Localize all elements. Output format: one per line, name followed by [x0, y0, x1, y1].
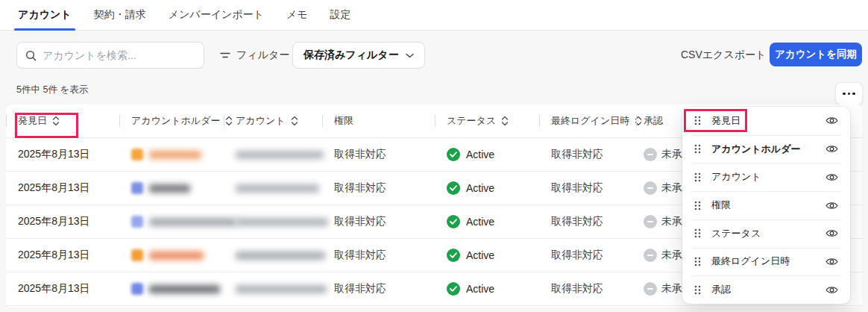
redacted-account	[236, 218, 328, 226]
drag-handle-icon[interactable]	[694, 201, 701, 210]
status-active-icon	[447, 215, 460, 228]
sync-accounts-button[interactable]: アカウントを同期	[770, 43, 862, 66]
not-approved-icon	[644, 249, 657, 262]
tab-settings[interactable]: 設定	[330, 0, 351, 30]
tab-label: アカウント	[18, 8, 72, 22]
eye-icon[interactable]	[825, 257, 838, 266]
status-active-icon	[447, 282, 460, 296]
menu-item-approval[interactable]: 承認	[682, 275, 850, 304]
drag-handle-icon[interactable]	[694, 144, 701, 154]
column-header-account-holder[interactable]: アカウントホルダー	[119, 104, 224, 137]
column-header-account[interactable]: アカウント	[224, 104, 322, 137]
search-input[interactable]	[43, 49, 195, 61]
not-approved-icon	[644, 215, 657, 228]
status-label: Active	[466, 283, 494, 295]
cell-permission: 取得非対応	[322, 282, 435, 296]
cell-account-holder	[119, 216, 224, 228]
drag-handle-icon[interactable]	[694, 257, 701, 266]
menu-item-account-holder[interactable]: アカウントホルダー	[682, 135, 850, 163]
eye-icon[interactable]	[825, 285, 838, 295]
avatar	[131, 182, 143, 194]
eye-icon[interactable]	[825, 201, 838, 210]
not-approved-icon	[644, 282, 657, 296]
tab-contract-billing[interactable]: 契約・請求	[94, 0, 146, 30]
tab-label: 契約・請求	[94, 8, 146, 22]
menu-item-status[interactable]: ステータス	[682, 219, 850, 248]
cell-discovery-date: 2025年8月13日	[6, 282, 119, 296]
filter-label: フィルター	[236, 49, 289, 62]
eye-icon[interactable]	[825, 144, 838, 154]
dot	[843, 93, 846, 96]
menu-item-permission[interactable]: 権限	[682, 191, 850, 219]
avatar	[131, 249, 143, 261]
chevron-down-icon	[406, 53, 414, 58]
cell-account-holder	[119, 283, 224, 295]
tab-bar: アカウント 契約・請求 メンバーインポート メモ 設定	[0, 0, 868, 31]
column-label: 最終ログイン日時	[551, 114, 629, 128]
status-label: Active	[466, 182, 494, 194]
column-visibility-menu: 発見日 アカウントホルダー アカウント 権限 ステータス 最終ログイン日時 承認	[682, 107, 850, 304]
menu-item-label: 発見日	[711, 114, 815, 128]
eye-icon[interactable]	[825, 116, 838, 125]
redacted-account	[236, 285, 327, 293]
menu-item-account[interactable]: アカウント	[682, 163, 850, 191]
cell-status: Active	[435, 282, 539, 296]
drag-handle-icon[interactable]	[694, 116, 701, 125]
menu-item-label: 権限	[711, 199, 815, 212]
status-active-icon	[447, 148, 460, 161]
dot	[852, 93, 855, 96]
sort-icon	[52, 116, 60, 126]
drag-handle-icon[interactable]	[694, 228, 701, 238]
menu-item-label: 承認	[711, 283, 815, 296]
column-header-status[interactable]: ステータス	[435, 104, 539, 137]
menu-item-label: ステータス	[711, 227, 815, 240]
cell-last-login: 取得非対応	[539, 282, 636, 296]
column-label: 承認	[644, 114, 663, 128]
menu-item-label: 最終ログイン日時	[711, 255, 815, 268]
column-header-discovery-date[interactable]: 発見日	[6, 104, 119, 137]
redacted-account	[236, 184, 319, 193]
status-active-icon	[447, 249, 460, 262]
cell-last-login: 取得非対応	[539, 181, 636, 195]
drag-handle-icon[interactable]	[694, 172, 701, 182]
redacted-name	[149, 184, 190, 193]
cell-account	[224, 218, 322, 226]
cell-account-holder	[119, 182, 224, 194]
column-header-last-login[interactable]: 最終ログイン日時	[539, 104, 636, 137]
cell-status: Active	[435, 181, 539, 195]
saved-filters-label: 保存済みフィルター	[304, 49, 399, 62]
avatar	[131, 149, 143, 160]
avatar	[131, 283, 143, 295]
tab-label: メモ	[286, 8, 308, 22]
sort-icon	[291, 116, 298, 126]
status-label: Active	[466, 249, 494, 261]
cell-account-holder	[119, 149, 224, 160]
tab-accounts[interactable]: アカウント	[18, 0, 72, 30]
cell-permission: 取得非対応	[322, 148, 435, 161]
menu-item-discovery-date[interactable]: 発見日	[682, 107, 850, 135]
tab-member-import[interactable]: メンバーインポート	[169, 0, 264, 30]
column-header-permission[interactable]: 権限	[322, 104, 435, 137]
status-label: Active	[466, 149, 494, 160]
cell-permission: 取得非対応	[322, 181, 435, 195]
not-approved-icon	[644, 181, 657, 195]
redacted-name	[149, 252, 204, 260]
eye-icon[interactable]	[825, 172, 838, 182]
csv-export-button[interactable]: CSVエクスポート	[681, 42, 766, 69]
filter-button[interactable]: フィルター	[220, 42, 289, 69]
column-label: 発見日	[18, 114, 47, 128]
redacted-name	[149, 151, 201, 159]
tab-memo[interactable]: メモ	[286, 0, 308, 30]
column-label: 権限	[334, 114, 353, 128]
menu-item-label: アカウント	[711, 170, 815, 184]
eye-icon[interactable]	[825, 228, 838, 238]
not-approved-icon	[644, 148, 657, 161]
tab-label: メンバーインポート	[169, 8, 264, 22]
menu-item-last-login[interactable]: 最終ログイン日時	[682, 248, 850, 276]
more-options-button[interactable]	[835, 82, 863, 105]
cell-permission: 取得非対応	[322, 215, 435, 228]
column-label: ステータス	[447, 114, 496, 128]
redacted-name	[149, 218, 236, 226]
drag-handle-icon[interactable]	[694, 285, 701, 295]
saved-filters-button[interactable]: 保存済みフィルター	[292, 42, 425, 69]
